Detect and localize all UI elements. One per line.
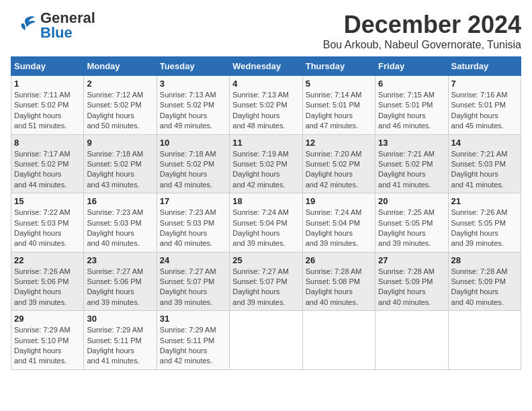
sunset-label: Sunset: 5:06 PM [14, 277, 69, 285]
sunset-label: Sunset: 5:05 PM [451, 219, 506, 227]
sunrise-label: Sunrise: 7:28 AM [378, 267, 435, 275]
calendar-table: SundayMondayTuesdayWednesdayThursdayFrid… [11, 56, 521, 370]
sunrise-label: Sunrise: 7:22 AM [14, 208, 71, 216]
sunrise-label: Sunrise: 7:15 AM [378, 91, 435, 99]
sunrise-label: Sunrise: 7:27 AM [232, 267, 289, 275]
day-info: Sunrise: 7:18 AM Sunset: 5:02 PM Dayligh… [87, 149, 153, 191]
day-cell: 14 Sunrise: 7:21 AM Sunset: 5:03 PM Dayl… [448, 134, 521, 193]
day-cell: 11 Sunrise: 7:19 AM Sunset: 5:02 PM Dayl… [230, 134, 302, 193]
day-cell: 12 Sunrise: 7:20 AM Sunset: 5:02 PM Dayl… [302, 134, 375, 193]
page-header: General Blue December 2024 Bou Arkoub, N… [11, 11, 521, 51]
day-number: 7 [451, 79, 518, 89]
day-info: Sunrise: 7:28 AM Sunset: 5:08 PM Dayligh… [306, 267, 372, 308]
sunrise-label: Sunrise: 7:29 AM [14, 326, 71, 334]
day-cell: 25 Sunrise: 7:27 AM Sunset: 5:07 PM Dayl… [230, 252, 302, 311]
sunrise-label: Sunrise: 7:29 AM [87, 326, 143, 334]
daylight-label: Daylight hoursand 41 minutes. [14, 347, 66, 365]
day-cell: 23 Sunrise: 7:27 AM Sunset: 5:06 PM Dayl… [84, 252, 157, 311]
day-number: 10 [160, 138, 226, 148]
day-number: 20 [378, 196, 445, 206]
sunset-label: Sunset: 5:03 PM [160, 219, 214, 227]
sunset-label: Sunset: 5:05 PM [378, 219, 433, 227]
sunrise-label: Sunrise: 7:21 AM [378, 150, 435, 158]
sunset-label: Sunset: 5:02 PM [87, 101, 141, 109]
col-header-friday: Friday [375, 57, 448, 76]
sunset-label: Sunset: 5:06 PM [87, 277, 141, 285]
sunrise-label: Sunrise: 7:14 AM [306, 91, 362, 99]
day-number: 21 [451, 196, 518, 206]
day-number: 23 [87, 255, 153, 265]
day-cell: 28 Sunrise: 7:28 AM Sunset: 5:09 PM Dayl… [448, 252, 521, 311]
day-info: Sunrise: 7:17 AM Sunset: 5:02 PM Dayligh… [14, 149, 81, 191]
daylight-label: Daylight hoursand 45 minutes. [451, 111, 504, 130]
week-row-2: 8 Sunrise: 7:17 AM Sunset: 5:02 PM Dayli… [11, 134, 521, 193]
daylight-label: Daylight hoursand 39 minutes. [451, 229, 504, 247]
location-subtitle: Bou Arkoub, Nabeul Governorate, Tunisia [323, 39, 521, 51]
day-info: Sunrise: 7:28 AM Sunset: 5:09 PM Dayligh… [378, 267, 445, 308]
sunset-label: Sunset: 5:01 PM [451, 101, 506, 109]
sunrise-label: Sunrise: 7:13 AM [232, 91, 289, 99]
day-info: Sunrise: 7:11 AM Sunset: 5:02 PM Dayligh… [14, 90, 81, 132]
daylight-label: Daylight hoursand 41 minutes. [87, 347, 139, 365]
day-number: 22 [14, 255, 81, 265]
day-number: 24 [160, 255, 226, 265]
sunset-label: Sunset: 5:02 PM [160, 160, 214, 168]
day-info: Sunrise: 7:28 AM Sunset: 5:09 PM Dayligh… [451, 267, 518, 308]
day-number: 13 [378, 138, 445, 148]
day-number: 25 [232, 255, 299, 265]
col-header-sunday: Sunday [11, 57, 84, 76]
daylight-label: Daylight hoursand 42 minutes. [160, 347, 212, 365]
day-info: Sunrise: 7:22 AM Sunset: 5:03 PM Dayligh… [14, 208, 81, 249]
day-info: Sunrise: 7:21 AM Sunset: 5:02 PM Dayligh… [378, 149, 445, 191]
logo-icon [11, 12, 38, 39]
sunset-label: Sunset: 5:08 PM [306, 277, 360, 285]
sunset-label: Sunset: 5:02 PM [14, 101, 69, 109]
sunrise-label: Sunrise: 7:29 AM [160, 326, 216, 334]
day-info: Sunrise: 7:27 AM Sunset: 5:07 PM Dayligh… [232, 267, 299, 308]
day-number: 26 [306, 255, 372, 265]
sunrise-label: Sunrise: 7:26 AM [451, 208, 508, 216]
sunset-label: Sunset: 5:03 PM [14, 219, 69, 227]
sunset-label: Sunset: 5:04 PM [306, 219, 360, 227]
day-cell: 2 Sunrise: 7:12 AM Sunset: 5:02 PM Dayli… [84, 76, 157, 135]
sunset-label: Sunset: 5:02 PM [87, 160, 141, 168]
sunset-label: Sunset: 5:02 PM [160, 101, 214, 109]
daylight-label: Daylight hoursand 46 minutes. [378, 111, 431, 130]
sunset-label: Sunset: 5:02 PM [306, 160, 360, 168]
day-number: 8 [14, 138, 81, 148]
day-cell: 21 Sunrise: 7:26 AM Sunset: 5:05 PM Dayl… [448, 193, 521, 253]
sunset-label: Sunset: 5:01 PM [306, 101, 360, 109]
sunrise-label: Sunrise: 7:12 AM [87, 91, 143, 99]
sunset-label: Sunset: 5:11 PM [87, 336, 141, 345]
sunset-label: Sunset: 5:02 PM [378, 160, 433, 168]
daylight-label: Daylight hoursand 39 minutes. [87, 287, 139, 306]
day-cell: 19 Sunrise: 7:24 AM Sunset: 5:04 PM Dayl… [302, 193, 375, 253]
day-number: 1 [14, 79, 81, 89]
day-info: Sunrise: 7:26 AM Sunset: 5:05 PM Dayligh… [451, 208, 518, 249]
sunrise-label: Sunrise: 7:24 AM [306, 208, 362, 216]
sunrise-label: Sunrise: 7:18 AM [160, 150, 216, 158]
day-cell: 31 Sunrise: 7:29 AM Sunset: 5:11 PM Dayl… [157, 311, 229, 370]
sunrise-label: Sunrise: 7:18 AM [87, 150, 143, 158]
day-number: 31 [160, 314, 226, 324]
sunset-label: Sunset: 5:03 PM [87, 219, 141, 227]
day-cell [302, 311, 375, 370]
day-info: Sunrise: 7:26 AM Sunset: 5:06 PM Dayligh… [14, 267, 81, 308]
day-number: 16 [87, 196, 153, 206]
col-header-thursday: Thursday [302, 57, 375, 76]
day-cell: 3 Sunrise: 7:13 AM Sunset: 5:02 PM Dayli… [157, 76, 229, 135]
daylight-label: Daylight hoursand 49 minutes. [160, 111, 212, 130]
sunset-label: Sunset: 5:04 PM [232, 219, 287, 227]
day-number: 28 [451, 255, 518, 265]
header-row: SundayMondayTuesdayWednesdayThursdayFrid… [11, 57, 521, 76]
day-cell: 6 Sunrise: 7:15 AM Sunset: 5:01 PM Dayli… [375, 76, 448, 135]
sunset-label: Sunset: 5:01 PM [378, 101, 433, 109]
daylight-label: Daylight hoursand 39 minutes. [378, 229, 431, 247]
sunrise-label: Sunrise: 7:28 AM [306, 267, 362, 275]
sunrise-label: Sunrise: 7:13 AM [160, 91, 216, 99]
logo: General Blue [11, 11, 95, 40]
sunrise-label: Sunrise: 7:11 AM [14, 91, 71, 99]
day-cell: 16 Sunrise: 7:23 AM Sunset: 5:03 PM Dayl… [84, 193, 157, 253]
day-cell: 24 Sunrise: 7:27 AM Sunset: 5:07 PM Dayl… [157, 252, 229, 311]
sunrise-label: Sunrise: 7:27 AM [160, 267, 216, 275]
